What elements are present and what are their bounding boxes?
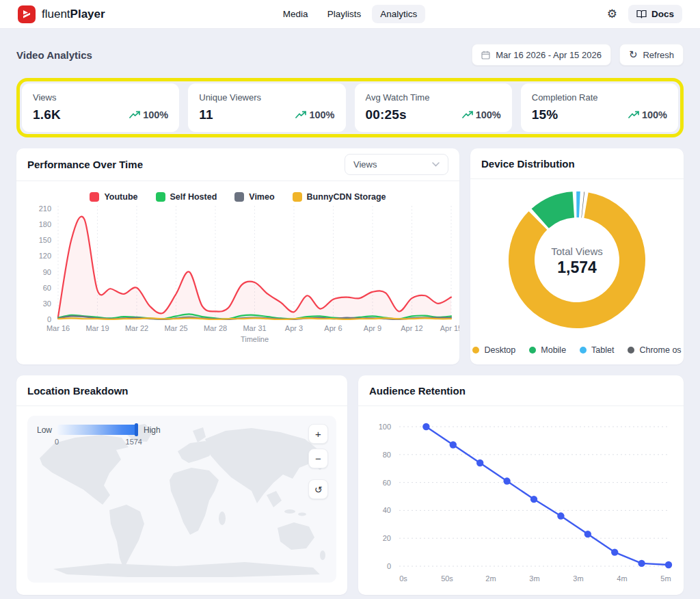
stat-value: 15% bbox=[532, 107, 558, 122]
performance-over-time-card: Performance Over Time Views Youtube Self… bbox=[16, 148, 459, 364]
docs-button[interactable]: Docs bbox=[628, 5, 682, 23]
stat-card-views: Views 1.6K 100% bbox=[22, 83, 179, 132]
svg-text:50s: 50s bbox=[441, 574, 453, 583]
world-map[interactable]: Low High 0 1574 + − ↺ bbox=[27, 416, 336, 583]
card-title: Location Breakdown bbox=[27, 385, 129, 397]
device-legend: Desktop Mobile Tablet Chrome os bbox=[470, 336, 684, 364]
brand-logo-icon bbox=[18, 5, 36, 23]
gradient-bar bbox=[57, 425, 138, 435]
stat-card-unique-viewers: Unique Viewers 11 100% bbox=[188, 83, 345, 132]
svg-text:4m: 4m bbox=[617, 574, 627, 583]
tablet-dot-icon bbox=[580, 347, 587, 354]
trending-up-icon bbox=[129, 111, 141, 119]
svg-text:Timeline: Timeline bbox=[241, 335, 269, 343]
card-title: Audience Retention bbox=[369, 385, 466, 397]
stat-card-avg-watch-time: Avg Watch Time 00:25s 100% bbox=[355, 83, 512, 132]
map-zoom-in-button[interactable]: + bbox=[308, 424, 328, 444]
map-reset-button[interactable]: ↺ bbox=[308, 479, 328, 499]
svg-text:150: 150 bbox=[39, 236, 51, 244]
svg-text:Mar 25: Mar 25 bbox=[164, 324, 187, 332]
svg-text:0: 0 bbox=[47, 315, 51, 323]
svg-text:Mar 19: Mar 19 bbox=[85, 324, 109, 332]
nav-item-media[interactable]: Media bbox=[275, 5, 317, 23]
svg-text:0s: 0s bbox=[399, 574, 407, 583]
top-navbar: fluentPlayer Media Playlists Analytics ⚙… bbox=[0, 0, 700, 29]
svg-text:180: 180 bbox=[39, 220, 51, 228]
audience-retention-chart[interactable]: 0204060801000s50s2m3m3m4m5m bbox=[361, 412, 681, 592]
nav-item-playlists[interactable]: Playlists bbox=[319, 5, 370, 23]
legend-low-label: Low bbox=[37, 425, 52, 435]
nav-item-analytics[interactable]: Analytics bbox=[372, 5, 425, 23]
svg-text:Apr 15: Apr 15 bbox=[440, 324, 459, 332]
refresh-label: Refresh bbox=[643, 50, 674, 60]
legend-item-chrome-os[interactable]: Chrome os bbox=[628, 345, 681, 355]
stat-value: 1.6K bbox=[33, 107, 61, 122]
trending-up-icon bbox=[628, 111, 640, 119]
svg-text:Mar 22: Mar 22 bbox=[125, 324, 148, 332]
svg-text:60: 60 bbox=[383, 479, 391, 487]
audience-retention-card: Audience Retention 0204060801000s50s2m3m… bbox=[358, 375, 684, 595]
main-nav: Media Playlists Analytics bbox=[275, 5, 425, 23]
legend-item-mobile[interactable]: Mobile bbox=[529, 345, 566, 355]
svg-text:30: 30 bbox=[43, 300, 51, 308]
metric-select[interactable]: Views bbox=[345, 154, 448, 175]
device-donut-chart[interactable]: Total Views 1,574 bbox=[503, 186, 651, 336]
svg-text:Apr 9: Apr 9 bbox=[364, 324, 381, 332]
legend-item-youtube[interactable]: Youtube bbox=[90, 192, 137, 202]
bunnycdn-swatch-icon bbox=[293, 192, 302, 202]
legend-item-desktop[interactable]: Desktop bbox=[472, 345, 515, 355]
stat-trend: 100% bbox=[462, 109, 501, 120]
stat-label: Unique Viewers bbox=[199, 92, 334, 103]
svg-text:20: 20 bbox=[383, 534, 391, 542]
legend-item-bunnycdn[interactable]: BunnyCDN Storage bbox=[293, 192, 386, 202]
svg-text:Apr 3: Apr 3 bbox=[285, 324, 303, 332]
stat-value: 11 bbox=[199, 107, 213, 122]
legend-max-value: 1574 bbox=[126, 438, 142, 446]
svg-text:Apr 12: Apr 12 bbox=[401, 324, 422, 332]
svg-text:3m: 3m bbox=[529, 574, 539, 583]
page-title: Video Analytics bbox=[16, 49, 92, 61]
map-zoom-out-button[interactable]: − bbox=[308, 449, 328, 468]
settings-gear-icon[interactable]: ⚙ bbox=[607, 8, 617, 20]
device-distribution-card: Device Distribution Total Views 1,574 De… bbox=[470, 148, 684, 364]
date-range-label: Mar 16 2026 - Apr 15 2026 bbox=[496, 50, 602, 60]
calendar-icon bbox=[481, 51, 490, 59]
map-color-legend: Low High 0 1574 bbox=[37, 425, 161, 446]
card-title: Device Distribution bbox=[481, 158, 575, 170]
legend-item-vimeo[interactable]: Vimeo bbox=[234, 192, 274, 202]
legend-item-self-hosted[interactable]: Self Hosted bbox=[156, 192, 217, 202]
brand-name: fluentPlayer bbox=[42, 8, 105, 21]
svg-text:210: 210 bbox=[39, 204, 51, 213]
svg-text:5m: 5m bbox=[660, 574, 671, 583]
legend-item-tablet[interactable]: Tablet bbox=[580, 345, 614, 355]
trending-up-icon bbox=[295, 111, 307, 119]
trending-up-icon bbox=[462, 111, 474, 119]
svg-text:40: 40 bbox=[383, 506, 391, 514]
svg-text:90: 90 bbox=[43, 268, 51, 276]
stats-highlight-band: Views 1.6K 100% Unique Viewers 11 bbox=[16, 78, 684, 137]
refresh-icon: ↻ bbox=[629, 49, 638, 61]
date-range-picker[interactable]: Mar 16 2026 - Apr 15 2026 bbox=[472, 44, 611, 66]
svg-text:60: 60 bbox=[43, 284, 51, 292]
svg-text:Apr 6: Apr 6 bbox=[324, 324, 342, 332]
svg-text:100: 100 bbox=[379, 423, 391, 431]
youtube-swatch-icon bbox=[90, 192, 99, 202]
svg-text:120: 120 bbox=[39, 252, 51, 260]
brand[interactable]: fluentPlayer bbox=[18, 5, 105, 23]
mobile-dot-icon bbox=[529, 347, 536, 354]
stat-trend: 100% bbox=[129, 109, 168, 120]
svg-text:2m: 2m bbox=[485, 574, 496, 583]
stat-label: Avg Watch Time bbox=[366, 92, 501, 103]
chrome-os-dot-icon bbox=[628, 347, 634, 354]
book-icon bbox=[636, 10, 647, 18]
vimeo-swatch-icon bbox=[234, 192, 244, 202]
performance-line-chart[interactable]: Mar 16Mar 19Mar 22Mar 25Mar 28Mar 31Apr … bbox=[16, 202, 459, 348]
self-hosted-swatch-icon bbox=[156, 192, 165, 202]
stat-label: Views bbox=[33, 92, 168, 103]
legend-high-label: High bbox=[144, 425, 161, 435]
docs-label: Docs bbox=[651, 9, 674, 19]
card-title: Performance Over Time bbox=[27, 159, 143, 170]
location-breakdown-card: Location Breakdown Low High 0 1574 + bbox=[16, 375, 347, 595]
refresh-button[interactable]: ↻ Refresh bbox=[619, 44, 684, 66]
svg-text:3m: 3m bbox=[573, 574, 583, 583]
